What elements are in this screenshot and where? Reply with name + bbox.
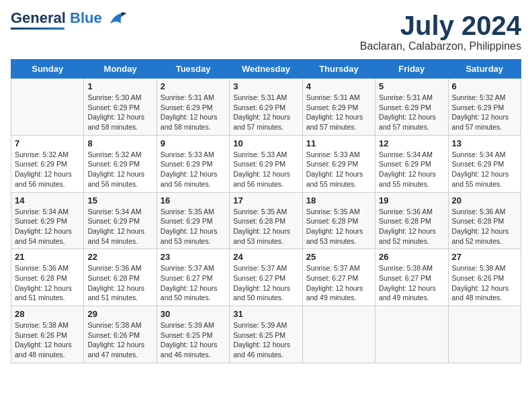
calendar-cell: 17Sunrise: 5:35 AMSunset: 6:28 PMDayligh…: [230, 192, 302, 249]
cell-detail-line: Daylight: 12 hours: [379, 227, 436, 235]
cell-detail-line: and 51 minutes.: [87, 293, 138, 302]
cell-detail-line: Sunrise: 5:33 AM: [161, 150, 214, 158]
calendar-cell: 31Sunrise: 5:39 AMSunset: 6:25 PMDayligh…: [230, 306, 302, 363]
cell-detail-line: Sunset: 6:28 PM: [379, 217, 431, 225]
cell-detail-line: and 58 minutes.: [87, 123, 138, 131]
calendar-cell: 3Sunrise: 5:31 AMSunset: 6:29 PMDaylight…: [230, 79, 302, 136]
calendar-header-row: SundayMondayTuesdayWednesdayThursdayFrid…: [11, 60, 521, 79]
cell-detail-line: and 55 minutes.: [306, 180, 357, 188]
cell-detail-line: Sunset: 6:25 PM: [161, 331, 213, 339]
cell-detail-line: Sunset: 6:26 PM: [15, 331, 67, 339]
calendar-table: SundayMondayTuesdayWednesdayThursdayFrid…: [11, 59, 521, 363]
cell-detail-line: Daylight: 12 hours: [233, 284, 290, 292]
cell-detail-line: Daylight: 12 hours: [15, 340, 72, 349]
cell-detail-line: Sunset: 6:29 PM: [452, 160, 504, 168]
cell-detail-line: Daylight: 12 hours: [306, 113, 363, 121]
day-number: 1: [87, 81, 152, 91]
cell-detail-line: Daylight: 12 hours: [15, 227, 72, 235]
calendar-week-row: 1Sunrise: 5:30 AMSunset: 6:29 PMDaylight…: [11, 79, 521, 136]
day-number: 3: [233, 81, 298, 91]
cell-detail-line: and 56 minutes.: [15, 180, 65, 188]
calendar-week-row: 21Sunrise: 5:36 AMSunset: 6:28 PMDayligh…: [11, 249, 521, 306]
cell-detail-line: Daylight: 12 hours: [87, 340, 144, 349]
day-number: 4: [306, 81, 371, 91]
cell-detail-line: and 48 minutes.: [452, 293, 502, 302]
calendar-cell: 23Sunrise: 5:37 AMSunset: 6:27 PMDayligh…: [157, 249, 229, 306]
cell-detail-line: Sunrise: 5:35 AM: [306, 208, 360, 216]
cell-details: Sunrise: 5:31 AMSunset: 6:29 PMDaylight:…: [379, 93, 444, 132]
calendar-cell: 25Sunrise: 5:37 AMSunset: 6:27 PMDayligh…: [302, 249, 375, 306]
cell-details: Sunrise: 5:33 AMSunset: 6:29 PMDaylight:…: [161, 150, 226, 189]
cell-detail-line: and 57 minutes.: [233, 123, 283, 131]
cell-detail-line: Daylight: 12 hours: [233, 340, 290, 349]
cell-detail-line: Sunset: 6:29 PM: [87, 160, 140, 168]
col-header-tuesday: Tuesday: [157, 60, 229, 79]
cell-details: Sunrise: 5:31 AMSunset: 6:29 PMDaylight:…: [306, 93, 371, 132]
cell-detail-line: Sunset: 6:29 PM: [161, 160, 213, 168]
col-header-monday: Monday: [84, 60, 157, 79]
calendar-cell: 26Sunrise: 5:38 AMSunset: 6:27 PMDayligh…: [375, 249, 448, 306]
cell-details: Sunrise: 5:35 AMSunset: 6:28 PMDaylight:…: [233, 207, 298, 246]
cell-details: Sunrise: 5:34 AMSunset: 6:29 PMDaylight:…: [87, 207, 152, 246]
cell-detail-line: and 46 minutes.: [161, 351, 211, 359]
cell-details: Sunrise: 5:37 AMSunset: 6:27 PMDaylight:…: [233, 263, 298, 303]
calendar-cell: [375, 306, 448, 363]
day-number: 18: [306, 195, 371, 205]
cell-detail-line: Sunrise: 5:31 AM: [233, 93, 287, 101]
cell-detail-line: Sunset: 6:27 PM: [306, 274, 359, 282]
cell-detail-line: Sunrise: 5:35 AM: [161, 208, 214, 216]
calendar-cell: 20Sunrise: 5:36 AMSunset: 6:28 PMDayligh…: [448, 192, 521, 249]
cell-detail-line: Sunrise: 5:32 AM: [15, 150, 69, 158]
col-header-friday: Friday: [375, 60, 448, 79]
cell-detail-line: Daylight: 12 hours: [161, 340, 218, 349]
cell-detail-line: Daylight: 12 hours: [306, 227, 363, 235]
cell-details: Sunrise: 5:39 AMSunset: 6:25 PMDaylight:…: [233, 320, 298, 360]
calendar-cell: 4Sunrise: 5:31 AMSunset: 6:29 PMDaylight…: [302, 79, 375, 136]
calendar-cell: 28Sunrise: 5:38 AMSunset: 6:26 PMDayligh…: [11, 306, 84, 363]
day-number: 25: [306, 252, 371, 262]
cell-detail-line: Daylight: 12 hours: [452, 170, 509, 178]
cell-detail-line: Daylight: 12 hours: [161, 113, 218, 121]
cell-detail-line: Sunset: 6:29 PM: [379, 103, 431, 111]
cell-detail-line: and 50 minutes.: [161, 293, 211, 302]
day-number: 21: [15, 252, 80, 262]
day-number: 19: [379, 195, 444, 205]
calendar-cell: 10Sunrise: 5:33 AMSunset: 6:29 PMDayligh…: [230, 135, 302, 192]
day-number: 22: [87, 252, 152, 262]
cell-detail-line: Sunrise: 5:38 AM: [379, 264, 433, 272]
cell-detail-line: Sunset: 6:29 PM: [87, 103, 140, 111]
cell-detail-line: and 47 minutes.: [87, 351, 138, 359]
cell-detail-line: and 49 minutes.: [379, 293, 429, 302]
cell-details: Sunrise: 5:36 AMSunset: 6:28 PMDaylight:…: [15, 263, 80, 303]
calendar-week-row: 14Sunrise: 5:34 AMSunset: 6:29 PMDayligh…: [11, 192, 521, 249]
cell-detail-line: Sunrise: 5:31 AM: [161, 93, 214, 101]
calendar-cell: 1Sunrise: 5:30 AMSunset: 6:29 PMDaylight…: [84, 79, 157, 136]
cell-detail-line: and 54 minutes.: [15, 237, 65, 245]
calendar-cell: [448, 306, 521, 363]
calendar-cell: 8Sunrise: 5:32 AMSunset: 6:29 PMDaylight…: [84, 135, 157, 192]
title-area: July 2024 Baclaran, Calabarzon, Philippi…: [360, 11, 521, 52]
cell-detail-line: Sunrise: 5:38 AM: [87, 321, 141, 329]
cell-detail-line: Sunset: 6:27 PM: [161, 274, 213, 282]
day-number: 28: [15, 309, 80, 319]
cell-detail-line: and 48 minutes.: [15, 351, 65, 359]
day-number: 29: [87, 309, 152, 319]
cell-details: Sunrise: 5:35 AMSunset: 6:29 PMDaylight:…: [161, 207, 226, 246]
col-header-thursday: Thursday: [302, 60, 375, 79]
day-number: 5: [379, 81, 444, 91]
cell-detail-line: Daylight: 12 hours: [233, 113, 290, 121]
cell-details: Sunrise: 5:33 AMSunset: 6:29 PMDaylight:…: [233, 150, 298, 189]
logo-underline: [11, 28, 64, 30]
cell-details: Sunrise: 5:36 AMSunset: 6:28 PMDaylight:…: [379, 207, 444, 246]
cell-detail-line: Daylight: 12 hours: [15, 284, 72, 292]
cell-detail-line: Sunrise: 5:34 AM: [87, 208, 141, 216]
cell-detail-line: Daylight: 12 hours: [161, 170, 218, 178]
cell-detail-line: Sunrise: 5:36 AM: [452, 208, 506, 216]
cell-detail-line: Sunset: 6:29 PM: [161, 103, 213, 111]
cell-details: Sunrise: 5:34 AMSunset: 6:29 PMDaylight:…: [15, 207, 80, 246]
header: General Blue July 2024 Baclaran, Calabar…: [11, 11, 521, 52]
cell-detail-line: Sunrise: 5:32 AM: [87, 150, 141, 158]
cell-detail-line: Sunrise: 5:37 AM: [233, 264, 287, 272]
cell-detail-line: Sunset: 6:29 PM: [161, 217, 213, 225]
cell-detail-line: Sunrise: 5:32 AM: [452, 93, 506, 101]
